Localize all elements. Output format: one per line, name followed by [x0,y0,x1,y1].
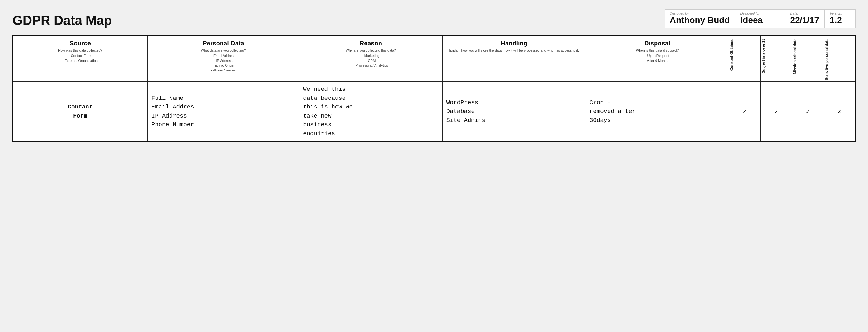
disposal-bullet-2: After 6 Months [590,59,725,63]
reason-bullet-1: Marketing [303,54,438,58]
table-row: ContactForm Full NameEmail AddresIP Addr… [13,82,855,142]
version-label: Version: [830,11,850,15]
date-box: Date: 22/1/17 [785,9,825,28]
row-source-text: ContactForm [68,103,93,120]
check-age-icon: ✓ [774,108,778,115]
header-disposal-sub: When is this data disposed? Upon Request… [590,48,725,63]
header-reason-sub: Why are you collecting this data? Market… [303,48,438,68]
check-critical-icon: ✓ [806,108,810,115]
row-reason: We need thisdata becausethis is how weta… [299,82,442,142]
header-meta: Designed by: Anthony Budd Designed for: … [664,9,856,28]
designed-by-value: Anthony Budd [670,15,730,25]
designed-by-box: Designed by: Anthony Budd [664,9,735,28]
source-bullet-list: Contact Form External Organisation [17,54,144,63]
disposal-bullet-list: Upon Request After 6 Months [590,54,725,63]
row-personal-text: Full NameEmail AddresIP AddressPhone Num… [152,95,194,128]
source-bullet-1: Contact Form [17,54,144,58]
row-check-age: ✓ [761,82,792,142]
header-source: Source How was this data collected? Cont… [13,36,148,82]
check-consent-icon: ✓ [743,108,747,115]
designed-by-label: Designed by: [670,11,730,15]
header-sensitive: Sensitive personal data [824,36,855,82]
page-header: GDPR Data Map Designed by: Anthony Budd … [12,9,856,28]
header-disposal: Disposal When is this data disposed? Upo… [586,36,728,82]
row-check-sensitive: ✗ [824,82,855,142]
header-personal-data: Personal Data What data are you collecti… [148,36,299,82]
page-title: GDPR Data Map [12,13,112,28]
version-box: Version: 1.2 [825,9,856,28]
personal-bullet-list: Email Address IP Address Ethnic Origin P… [152,54,295,73]
version-value: 1.2 [830,15,850,25]
header-source-sub: How was this data collected? Contact For… [17,48,144,63]
reason-bullet-list: Marketing CRM Processing/ Analytics [303,54,438,68]
header-reason: Reason Why are you collecting this data?… [299,36,442,82]
header-sensitive-label: Sensitive personal data [825,37,829,80]
header-handling-sub: Explain how you will store the data, how… [446,48,582,53]
header-age: Subject is a over 13 [761,36,792,82]
row-reason-text: We need thisdata becausethis is how weta… [303,86,353,137]
header-consent-label: Consent Obtained [730,37,734,71]
check-sensitive-icon: ✗ [838,108,841,115]
reason-bullet-3: Processing/ Analytics [303,63,438,68]
source-bullet-2: External Organisation [17,59,144,63]
gdpr-table: Source How was this data collected? Cont… [12,35,856,142]
row-check-critical: ✓ [792,82,824,142]
row-personal-data: Full NameEmail AddresIP AddressPhone Num… [148,82,299,142]
personal-bullet-4: Phone Number [152,68,295,73]
row-handling: WordPressDatabaseSite Admins [442,82,586,142]
date-label: Date: [790,11,819,15]
date-value: 22/1/17 [790,15,819,25]
header-consent: Consent Obtained [729,36,761,82]
header-personal-sub: What data are you collecting? Email Addr… [152,48,295,73]
row-disposal-text: Cron –removed after30days [590,99,636,124]
disposal-bullet-1: Upon Request [590,54,725,58]
personal-bullet-2: IP Address [152,59,295,63]
personal-bullet-1: Email Address [152,54,295,58]
designed-for-label: Designed for: [740,11,780,15]
header-source-title: Source [17,40,144,47]
header-handling: Handling Explain how you will store the … [442,36,586,82]
header-disposal-title: Disposal [590,40,725,47]
header-personal-title: Personal Data [152,40,295,47]
header-critical-label: Mission critical data [793,37,797,74]
header-age-label: Subject is a over 13 [761,37,766,73]
table-header-row: Source How was this data collected? Cont… [13,36,855,82]
row-handling-text: WordPressDatabaseSite Admins [446,99,485,124]
personal-bullet-3: Ethnic Origin [152,63,295,68]
designed-for-box: Designed for: Ideea [735,9,785,28]
designed-for-value: Ideea [740,15,780,25]
row-check-consent: ✓ [729,82,761,142]
header-handling-title: Handling [446,40,582,47]
reason-bullet-2: CRM [303,59,438,63]
header-reason-title: Reason [303,40,438,47]
row-source: ContactForm [13,82,148,142]
row-disposal: Cron –removed after30days [586,82,728,142]
header-critical: Mission critical data [792,36,824,82]
